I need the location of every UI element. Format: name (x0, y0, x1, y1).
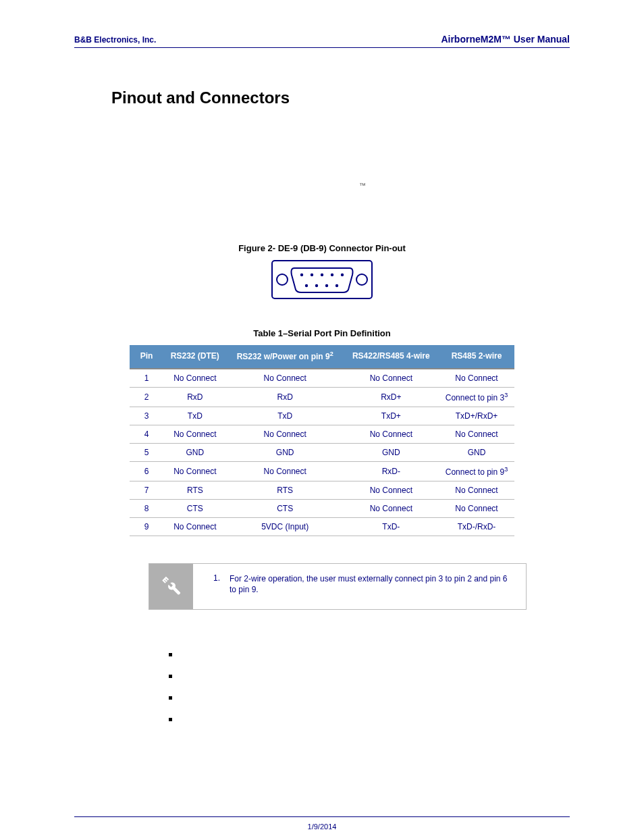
data-cell: No Connect (439, 499, 514, 517)
pin-cell: 2 (130, 387, 163, 407)
tools-icon (159, 575, 182, 598)
data-cell: TxD (227, 407, 344, 425)
note-body: For 2-wire operation, the user must exte… (230, 573, 515, 596)
section-title: Pinout and Connectors (111, 88, 570, 107)
svg-point-7 (341, 273, 344, 276)
data-cell: TxD+ (344, 407, 439, 425)
col-pin: Pin (130, 345, 163, 369)
table-row: 2RxDRxDRxD+Connect to pin 33 (130, 387, 514, 407)
table-header-row: Pin RS232 (DTE) RS232 w/Power on pin 92 … (130, 345, 514, 369)
svg-point-6 (331, 273, 333, 276)
table-caption: Table 1–Serial Port Pin Definition (74, 328, 570, 338)
data-cell: No Connect (163, 461, 227, 481)
table-row: 9No Connect5VDC (Input)TxD-TxD-/RxD- (130, 517, 514, 536)
data-cell: No Connect (344, 425, 439, 443)
data-cell: GND (163, 443, 227, 461)
data-cell: GND (439, 443, 514, 461)
data-cell: RTS (227, 481, 344, 499)
svg-point-2 (356, 274, 367, 285)
note-box: 1. For 2-wire operation, the user must e… (149, 563, 527, 610)
data-cell: TxD-/RxD- (439, 517, 514, 536)
col-rs232-dte: RS232 (DTE) (163, 345, 227, 369)
table-row: 8CTSCTSNo ConnectNo Connect (130, 499, 514, 517)
svg-point-10 (325, 284, 328, 287)
data-cell: 5VDC (Input) (227, 517, 344, 536)
pin-cell: 4 (130, 425, 163, 443)
connector-figure (74, 260, 570, 301)
svg-point-5 (321, 273, 323, 276)
footer-date: 1/9/2014 (308, 823, 337, 831)
data-cell: No Connect (163, 369, 227, 388)
svg-point-3 (300, 273, 303, 276)
table-row: 4No ConnectNo ConnectNo ConnectNo Connec… (130, 425, 514, 443)
col-rs232-power: RS232 w/Power on pin 92 (227, 345, 344, 369)
data-cell: GND (344, 443, 439, 461)
pin-cell: 5 (130, 443, 163, 461)
data-cell: TxD- (344, 517, 439, 536)
data-cell: No Connect (439, 425, 514, 443)
data-cell: No Connect (439, 481, 514, 499)
svg-point-4 (311, 273, 313, 276)
list-item (169, 650, 570, 657)
pin-cell: 9 (130, 517, 163, 536)
data-cell: No Connect (227, 461, 344, 481)
data-cell: No Connect (344, 369, 439, 388)
data-cell: GND (227, 443, 344, 461)
data-cell: No Connect (344, 499, 439, 517)
data-cell: TxD (163, 407, 227, 425)
col-rs485-2w: RS485 2-wire (439, 345, 514, 369)
svg-point-11 (336, 284, 338, 287)
data-cell: No Connect (163, 425, 227, 443)
page-header: B&B Electronics, Inc. AirborneM2M™ User … (74, 34, 570, 48)
list-item (169, 694, 570, 700)
note-text: 1. For 2-wire operation, the user must e… (193, 564, 526, 610)
pin-definition-table: Pin RS232 (DTE) RS232 w/Power on pin 92 … (130, 345, 514, 536)
table-row: 6No ConnectNo ConnectRxD-Connect to pin … (130, 461, 514, 481)
data-cell: No Connect (163, 517, 227, 536)
data-cell: No Connect (227, 369, 344, 388)
table-row: 3TxDTxDTxD+TxD+/RxD+ (130, 407, 514, 425)
data-cell: RxD (163, 387, 227, 407)
list-item (169, 715, 570, 722)
note-number: 1. (213, 573, 220, 583)
pin-cell: 1 (130, 369, 163, 388)
data-cell: No Connect (344, 481, 439, 499)
page-footer: 1/9/2014 (74, 816, 570, 831)
data-cell: RxD (227, 387, 344, 407)
table-row: 1No ConnectNo ConnectNo ConnectNo Connec… (130, 369, 514, 388)
pin-cell: 8 (130, 499, 163, 517)
pin-cell: 6 (130, 461, 163, 481)
svg-point-8 (305, 284, 308, 287)
header-company: B&B Electronics, Inc. (74, 35, 156, 45)
page: B&B Electronics, Inc. AirborneM2M™ User … (0, 0, 644, 834)
data-cell: Connect to pin 33 (439, 387, 514, 407)
note-icon-cell (149, 564, 193, 610)
table-row: 7RTSRTSNo ConnectNo Connect (130, 481, 514, 499)
table-row: 5GNDGNDGNDGND (130, 443, 514, 461)
svg-point-9 (315, 284, 318, 287)
data-cell: RTS (163, 481, 227, 499)
header-manual-title: AirborneM2M™ User Manual (441, 34, 570, 45)
data-cell: CTS (163, 499, 227, 517)
data-cell: RxD+ (344, 387, 439, 407)
de9-connector-diagram (271, 260, 373, 299)
data-cell: CTS (227, 499, 344, 517)
pin-cell: 3 (130, 407, 163, 425)
data-cell: TxD+/RxD+ (439, 407, 514, 425)
list-item (169, 672, 570, 679)
pin-cell: 7 (130, 481, 163, 499)
trademark-symbol: ™ (155, 182, 570, 189)
figure-caption: Figure 2- DE-9 (DB-9) Connector Pin-out (74, 243, 570, 253)
data-cell: RxD- (344, 461, 439, 481)
data-cell: Connect to pin 93 (439, 461, 514, 481)
col-rs422-rs485-4w: RS422/RS485 4-wire (344, 345, 439, 369)
svg-point-1 (277, 274, 288, 285)
bullet-list (169, 650, 570, 722)
data-cell: No Connect (439, 369, 514, 388)
data-cell: No Connect (227, 425, 344, 443)
